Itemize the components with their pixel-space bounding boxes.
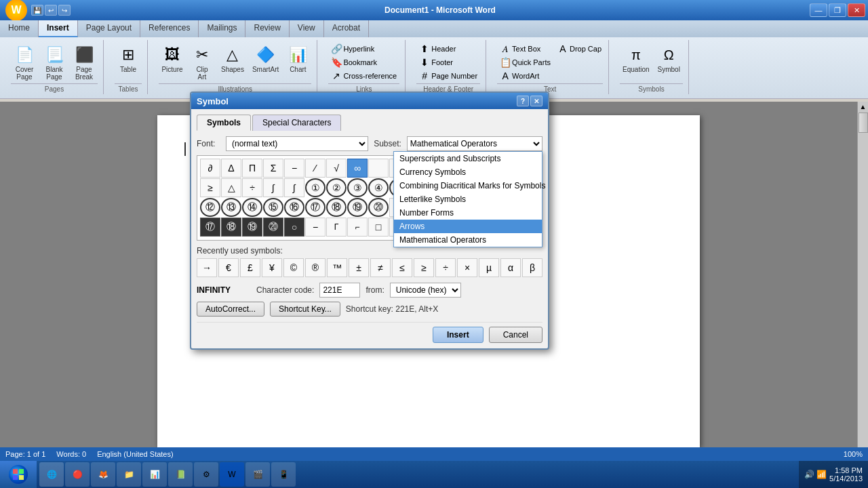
symbol-cell[interactable]: ≥ bbox=[200, 178, 220, 197]
recent-symbol[interactable]: α bbox=[500, 258, 521, 277]
tab-page-layout[interactable]: Page Layout bbox=[78, 20, 140, 37]
font-select[interactable]: (normal text) bbox=[226, 136, 368, 151]
recent-symbol[interactable]: ™ bbox=[327, 258, 347, 277]
bookmark-btn[interactable]: 🔖 Bookmark bbox=[328, 56, 380, 68]
restore-btn[interactable]: ❐ bbox=[829, 3, 846, 17]
symbol-cell[interactable]: Π bbox=[242, 159, 262, 178]
recent-symbol[interactable]: ¥ bbox=[262, 258, 282, 277]
scroll-up-btn[interactable]: ▲ bbox=[858, 102, 868, 112]
symbol-dialog[interactable]: Symbol ? ✕ Symbols Special Characters Fo… bbox=[190, 92, 549, 350]
symbol-cell[interactable]: ÷ bbox=[242, 178, 262, 197]
dropdown-item-number-forms[interactable]: Number Forms bbox=[394, 206, 542, 220]
symbol-cell[interactable]: ⑲ bbox=[242, 218, 262, 237]
taskbar-media-icon[interactable]: 🎬 bbox=[245, 462, 270, 487]
taskbar-extra-icon[interactable]: 📱 bbox=[271, 462, 296, 487]
taskbar-chrome-icon[interactable]: 🔴 bbox=[65, 462, 90, 487]
symbol-cell[interactable]: Δ bbox=[221, 159, 241, 178]
symbol-cell[interactable]: ∕ bbox=[305, 159, 326, 178]
smartart-btn[interactable]: 🔷 SmartArt bbox=[250, 43, 281, 75]
symbol-cell[interactable]: ⑰ bbox=[305, 198, 326, 217]
subset-dropdown[interactable]: Superscripts and Subscripts Currency Sym… bbox=[393, 151, 542, 247]
dropdown-item-arrows[interactable]: Arrows bbox=[394, 220, 542, 233]
recent-symbol[interactable]: × bbox=[457, 258, 477, 277]
header-btn[interactable]: ⬆ Header bbox=[416, 43, 458, 55]
shapes-btn[interactable]: △ Shapes bbox=[218, 43, 247, 75]
symbol-cell[interactable]: ⑲ bbox=[347, 198, 368, 217]
recent-symbol[interactable]: ≤ bbox=[392, 258, 412, 277]
tab-symbols[interactable]: Symbols bbox=[197, 115, 251, 131]
symbol-cell[interactable]: ∂ bbox=[200, 159, 220, 178]
taskbar-explorer-icon[interactable]: 📁 bbox=[117, 462, 141, 487]
taskbar-ie-icon[interactable]: 🌐 bbox=[39, 462, 64, 487]
redo-btn[interactable]: ↪ bbox=[58, 5, 71, 16]
dropdown-item-math-operators[interactable]: Mathematical Operators bbox=[394, 233, 542, 247]
subset-select[interactable]: Mathematical Operators bbox=[407, 136, 542, 151]
recent-symbol[interactable]: ÷ bbox=[435, 258, 456, 277]
tab-references[interactable]: References bbox=[140, 20, 199, 37]
dropcap-btn[interactable]: A Drop Cap bbox=[555, 43, 604, 55]
tab-view[interactable]: View bbox=[290, 20, 324, 37]
start-button[interactable] bbox=[0, 461, 37, 488]
symbol-cell[interactable]: √ bbox=[326, 159, 347, 178]
symbol-cell[interactable]: − bbox=[284, 159, 304, 178]
symbol-cell[interactable]: ⑳ bbox=[368, 198, 389, 217]
symbol-cell[interactable]: ④ bbox=[368, 178, 389, 197]
symbol-cell[interactable]: ③ bbox=[347, 178, 368, 197]
symbol-cell[interactable]: ⑫ bbox=[200, 198, 220, 217]
symbol-cell[interactable]: ○ bbox=[284, 218, 304, 237]
dropdown-item-superscripts[interactable]: Superscripts and Subscripts bbox=[394, 152, 542, 165]
char-code-input[interactable] bbox=[319, 283, 360, 298]
undo-btn[interactable]: ↩ bbox=[45, 5, 57, 16]
cross-reference-btn[interactable]: ↗ Cross-reference bbox=[328, 70, 399, 82]
wordart-btn[interactable]: A WordArt bbox=[497, 70, 542, 82]
symbol-cell[interactable]: Σ bbox=[263, 159, 283, 178]
dropdown-item-currency[interactable]: Currency Symbols bbox=[394, 165, 542, 179]
recent-symbol[interactable]: ± bbox=[349, 258, 369, 277]
tab-insert[interactable]: Insert bbox=[39, 20, 78, 37]
dialog-close-btn[interactable]: ✕ bbox=[530, 96, 542, 106]
close-btn[interactable]: ✕ bbox=[848, 3, 865, 17]
recent-symbol[interactable]: β bbox=[522, 258, 542, 277]
symbol-cell-selected[interactable]: ∞ bbox=[347, 159, 368, 178]
tab-acrobat[interactable]: Acrobat bbox=[324, 20, 369, 37]
symbol-cell[interactable]: ∫ bbox=[263, 178, 283, 197]
symbol-cell[interactable]: ⑮ bbox=[263, 198, 283, 217]
symbol-cell[interactable]: ② bbox=[326, 178, 347, 197]
recent-symbol[interactable]: £ bbox=[240, 258, 260, 277]
clip-art-btn[interactable]: ✂ ClipArt bbox=[189, 43, 216, 82]
symbol-cell[interactable]: ⑳ bbox=[263, 218, 283, 237]
recent-symbol[interactable]: € bbox=[218, 258, 239, 277]
minimize-btn[interactable]: — bbox=[810, 3, 827, 17]
dropdown-item-combining[interactable]: Combining Diacritical Marks for Symbols bbox=[394, 179, 542, 192]
insert-btn[interactable]: Insert bbox=[433, 327, 484, 343]
taskbar-powerpoint-icon[interactable]: 📊 bbox=[142, 462, 167, 487]
equation-btn[interactable]: π Equation bbox=[620, 43, 652, 75]
page-number-btn[interactable]: # Page Number bbox=[416, 70, 480, 82]
vertical-scrollbar[interactable]: ▲ bbox=[857, 102, 868, 461]
textbox-btn[interactable]: 𝐴 Text Box bbox=[497, 43, 543, 55]
recent-symbol[interactable]: → bbox=[197, 258, 217, 277]
taskbar-apps-icon[interactable]: ⚙ bbox=[194, 462, 218, 487]
symbol-cell[interactable]: ⑱ bbox=[326, 198, 347, 217]
scroll-thumb[interactable] bbox=[859, 113, 868, 133]
symbol-cell[interactable]: Γ bbox=[326, 218, 347, 237]
symbol-cell[interactable]: □ bbox=[368, 218, 389, 237]
symbol-cell[interactable]: ① bbox=[305, 178, 326, 197]
from-select[interactable]: Unicode (hex) bbox=[390, 283, 461, 298]
tab-special-characters[interactable]: Special Characters bbox=[252, 115, 341, 131]
taskbar-firefox-icon[interactable]: 🦊 bbox=[91, 462, 115, 487]
recent-symbol[interactable]: ≥ bbox=[414, 258, 434, 277]
symbol-cell[interactable]: ⑬ bbox=[221, 198, 241, 217]
symbol-cell[interactable]: − bbox=[305, 218, 326, 237]
blank-page-btn[interactable]: 📃 BlankPage bbox=[41, 43, 68, 82]
symbol-cell[interactable]: ⑰ bbox=[200, 218, 220, 237]
shortcut-key-btn[interactable]: Shortcut Key... bbox=[270, 302, 340, 317]
symbol-cell[interactable]: ⌐ bbox=[347, 218, 368, 237]
table-btn[interactable]: ⊞ Table bbox=[115, 43, 142, 75]
hyperlink-btn[interactable]: 🔗 Hyperlink bbox=[328, 43, 377, 55]
footer-btn[interactable]: ⬇ Footer bbox=[416, 56, 456, 68]
cover-page-btn[interactable]: 📄 CoverPage bbox=[11, 43, 38, 82]
recent-symbol[interactable]: © bbox=[283, 258, 304, 277]
chart-btn[interactable]: 📊 Chart bbox=[284, 43, 311, 75]
quickparts-btn[interactable]: 📋 Quick Parts bbox=[497, 56, 553, 68]
